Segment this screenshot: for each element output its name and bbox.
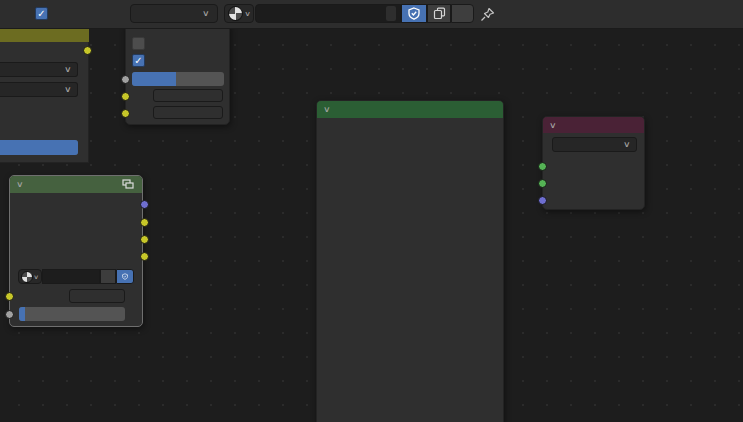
mix-node-top[interactable]: ✓: [125, 24, 230, 125]
input-b-color-field[interactable]: [153, 106, 223, 119]
chevron-down-icon: ∨: [64, 85, 72, 94]
factor-slider[interactable]: [132, 72, 224, 86]
material-preview-icon: [228, 6, 243, 21]
use-nodes-checkbox[interactable]: ✓: [35, 7, 48, 20]
shield-check-icon: [408, 7, 420, 20]
fac-input-socket[interactable]: [5, 310, 14, 319]
a-input-socket[interactable]: [121, 92, 130, 101]
fake-user-button[interactable]: [116, 269, 134, 284]
color1-input-socket[interactable]: [5, 292, 14, 301]
collapse-chevron-icon[interactable]: ∨: [549, 121, 557, 130]
chevron-down-icon: ∨: [202, 9, 210, 18]
volume-input-socket[interactable]: [538, 179, 547, 188]
material-browse-button[interactable]: ∨: [224, 4, 254, 23]
slot-dropdown[interactable]: ∨: [130, 4, 218, 23]
chevron-down-icon: ∨: [64, 65, 72, 74]
clamp-result-checkbox[interactable]: [132, 37, 145, 50]
material-output-node[interactable]: ∨ ∨: [542, 116, 645, 210]
mix-node-left[interactable]: ∨ ∨: [0, 29, 89, 163]
factor-input-socket[interactable]: [121, 75, 130, 84]
nodegroup-users-count[interactable]: [100, 269, 116, 284]
data-type-dropdown[interactable]: ∨: [0, 62, 78, 77]
editor-header-bar: ✓ ∨ ∨: [0, 0, 743, 29]
nodegroup-name-field[interactable]: [42, 269, 100, 284]
slider-fill: [132, 72, 176, 86]
check-icon: ✓: [36, 8, 47, 19]
blend-mode-dropdown[interactable]: ∨: [0, 82, 78, 97]
material-users-count[interactable]: [386, 6, 396, 21]
clamp-factor-checkbox[interactable]: ✓: [132, 54, 145, 67]
slider-fill: [19, 307, 25, 321]
material-name-field[interactable]: [255, 4, 401, 23]
surface-input-socket[interactable]: [538, 162, 547, 171]
target-dropdown[interactable]: ∨: [552, 137, 637, 152]
principled-rows: [317, 101, 503, 422]
check-icon: ✓: [133, 55, 144, 66]
input-a-color-field[interactable]: [153, 89, 223, 102]
material-preview-icon: [21, 271, 33, 283]
normal-output-socket[interactable]: [140, 200, 149, 209]
copy-icon: [433, 7, 446, 20]
b-input-socket[interactable]: [121, 109, 130, 118]
factor-slider[interactable]: [0, 140, 78, 155]
nodetree-icon: [122, 179, 135, 190]
nodegroup-browse-button[interactable]: ∨: [18, 269, 42, 284]
displacement-input-socket[interactable]: [538, 196, 547, 205]
unlink-button[interactable]: [451, 4, 474, 23]
principled-bsdf-node[interactable]: ∨: [316, 100, 504, 422]
metalpainted-node[interactable]: ∨ ∨: [9, 175, 143, 327]
chevron-down-icon: ∨: [244, 10, 251, 18]
color1-swatch[interactable]: [69, 289, 125, 303]
pin-button[interactable]: [479, 6, 496, 26]
chevron-down-icon: ∨: [623, 140, 631, 149]
shader-node-editor: ∨ ∨ ✓ ∨: [0, 0, 743, 422]
result-output-socket[interactable]: [83, 46, 92, 55]
color-output-socket-1[interactable]: [140, 218, 149, 227]
color-output-socket-3[interactable]: [140, 252, 149, 261]
fac-slider[interactable]: [19, 307, 125, 321]
slider-fill: [0, 140, 78, 155]
fake-user-button[interactable]: [401, 4, 427, 23]
chevron-down-icon: ∨: [33, 273, 39, 280]
metalpainted-header[interactable]: ∨: [10, 176, 142, 193]
collapse-chevron-icon[interactable]: ∨: [16, 180, 24, 189]
color-output-socket-2[interactable]: [140, 235, 149, 244]
material-output-header[interactable]: ∨: [543, 117, 644, 133]
new-material-button[interactable]: [427, 4, 451, 23]
mix-left-header[interactable]: [0, 29, 89, 42]
shield-check-icon: [122, 271, 128, 282]
pin-icon: [479, 6, 496, 23]
